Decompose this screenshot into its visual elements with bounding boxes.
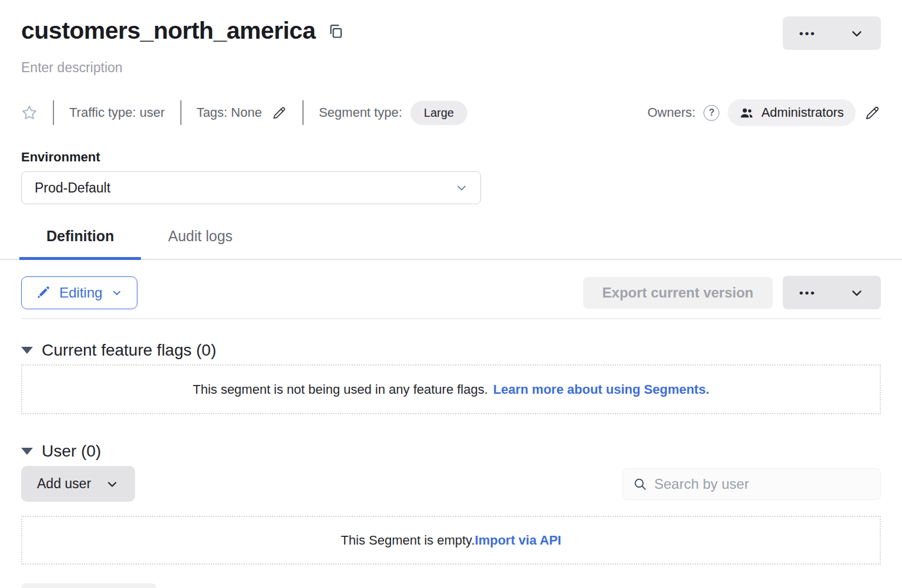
page-header: customers_north_america ••• — [21, 16, 881, 50]
segment-type-label: Segment type: — [319, 105, 402, 120]
owners-badge[interactable]: Administrators — [728, 99, 856, 126]
page-title: customers_north_america — [21, 16, 315, 45]
owners-wrap: Owners: ? Administrators — [647, 99, 881, 126]
chevron-down-icon — [105, 477, 119, 491]
pencil-icon — [36, 285, 51, 300]
user-empty-message: This Segment is empty. — [341, 533, 474, 548]
editing-mode-button[interactable]: Editing — [21, 276, 137, 309]
caret-down-icon — [21, 347, 33, 354]
environment-selected-value: Prod-Default — [35, 180, 110, 196]
star-icon — [21, 104, 38, 121]
edit-owners-button[interactable] — [864, 104, 881, 121]
title-wrap: customers_north_america — [21, 16, 344, 45]
copy-icon — [327, 22, 344, 40]
pencil-icon — [864, 104, 881, 121]
search-icon — [632, 477, 648, 492]
feature-flags-section-header[interactable]: Current feature flags (0) — [21, 341, 881, 360]
tab-bar: Definition Audit logs — [0, 221, 902, 260]
feature-flags-heading: Current feature flags (0) — [42, 341, 216, 360]
environment-label: Environment — [21, 150, 881, 165]
chevron-down-icon — [455, 181, 469, 195]
definition-options-button[interactable]: ••• — [783, 276, 881, 309]
divider — [180, 100, 181, 125]
segment-type-wrap: Segment type: Large — [319, 101, 467, 125]
description-placeholder[interactable]: Enter description — [21, 60, 881, 76]
user-controls-row: Add user — [21, 466, 881, 502]
divider — [302, 100, 304, 125]
user-section-header[interactable]: User (0) — [21, 442, 881, 461]
divider — [21, 318, 881, 319]
chevron-down-icon — [849, 26, 864, 41]
search-by-user-input[interactable] — [654, 476, 871, 492]
definition-toolbar: Editing Export current version ••• — [21, 276, 881, 309]
owners-label: Owners: — [647, 105, 695, 120]
ellipsis-icon: ••• — [799, 287, 816, 298]
search-box — [622, 468, 881, 500]
divider — [53, 100, 54, 125]
tags-label: Tags: None — [197, 105, 262, 120]
copy-name-button[interactable] — [327, 22, 344, 40]
pencil-icon — [271, 105, 287, 121]
feature-flags-empty-message: This segment is not being used in any fe… — [193, 382, 488, 397]
environment-select[interactable]: Prod-Default — [21, 171, 481, 204]
edit-tags-button[interactable] — [271, 105, 287, 121]
next-section-cutoff — [21, 583, 156, 588]
traffic-type-label: Traffic type: user — [69, 105, 165, 120]
favorite-star-button[interactable] — [21, 104, 38, 121]
add-user-label: Add user — [37, 476, 91, 492]
add-user-button[interactable]: Add user — [21, 466, 135, 502]
segment-detail-page: customers_north_america ••• Enter descri… — [0, 0, 902, 588]
meta-row: Traffic type: user Tags: None Segment ty… — [21, 99, 881, 126]
import-via-api-link[interactable]: Import via API — [475, 533, 561, 548]
user-empty-state: This Segment is empty. Import via API — [21, 516, 881, 565]
export-current-version-button[interactable]: Export current version — [583, 277, 773, 309]
tab-audit-logs[interactable]: Audit logs — [141, 221, 260, 259]
chevron-down-icon — [849, 285, 864, 300]
caret-down-icon — [21, 448, 33, 455]
people-icon — [739, 106, 754, 120]
tab-definition[interactable]: Definition — [19, 221, 141, 259]
chevron-down-icon — [111, 287, 123, 299]
ellipsis-icon: ••• — [799, 28, 816, 39]
segment-type-badge: Large — [410, 101, 467, 125]
editing-label: Editing — [59, 285, 102, 301]
owners-value: Administrators — [761, 105, 844, 120]
user-heading: User (0) — [42, 442, 101, 461]
feature-flags-empty-state: This segment is not being used in any fe… — [21, 364, 881, 414]
tags-wrap: Tags: None — [197, 105, 287, 121]
learn-more-link[interactable]: Learn more about using Segments. — [493, 382, 709, 397]
header-options-button[interactable]: ••• — [783, 16, 881, 50]
help-icon[interactable]: ? — [704, 105, 719, 121]
